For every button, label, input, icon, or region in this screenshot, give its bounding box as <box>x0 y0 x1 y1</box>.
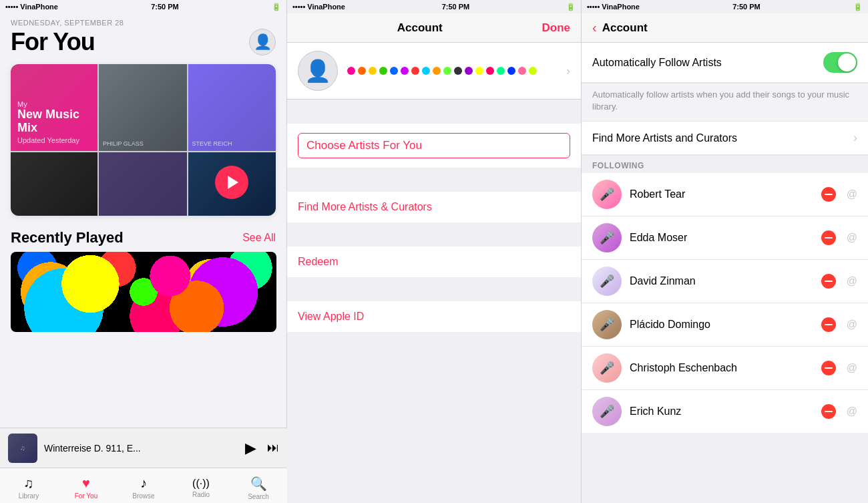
album-text-2: STEVE REICH <box>192 140 232 147</box>
find-artists-row[interactable]: Find More Artists & Curators <box>287 192 581 222</box>
tab-foryou[interactable]: ♥ For You <box>57 472 115 500</box>
unfollow-button[interactable] <box>821 274 836 289</box>
auto-follow-description: Automatically follow artists when you ad… <box>582 83 868 121</box>
color-dot <box>369 67 377 75</box>
color-dot <box>411 67 419 75</box>
browse-icon: ♪ <box>140 476 147 491</box>
unfollow-button[interactable] <box>821 404 836 419</box>
following-artist-row[interactable]: 🎤David Zinman@ <box>582 260 868 303</box>
account-nav: Account Done <box>287 13 581 43</box>
following-body: Automatically Follow Artists Automatical… <box>582 43 868 503</box>
play-button[interactable] <box>215 166 248 199</box>
recently-played-image[interactable] <box>11 252 276 332</box>
album-cell-5[interactable] <box>188 152 276 216</box>
color-dot <box>507 67 515 75</box>
account-separator-5 <box>287 332 581 356</box>
redeem-row[interactable]: Redeem <box>287 246 581 277</box>
new-music-mix-cell[interactable]: My New Music Mix Updated Yesterday <box>11 64 97 151</box>
foryou-title: For You <box>11 28 95 56</box>
following-section-header: FOLLOWING <box>582 156 868 173</box>
toggle-knob <box>838 53 856 71</box>
following-artist-row[interactable]: 🎤Edda Moser@ <box>582 216 868 260</box>
unfollow-button[interactable] <box>821 230 836 245</box>
find-more-artists-row[interactable]: Find More Artists and Curators › <box>582 122 868 155</box>
now-playing-thumbnail: ♫ <box>8 434 37 463</box>
back-button[interactable]: ‹ <box>592 20 597 35</box>
panel-following: ••••• VinaPhone 7:50 PM 🔋 ‹ Account Auto… <box>582 0 868 503</box>
find-more-artists-label: Find More Artists and Curators <box>592 132 737 144</box>
tab-library[interactable]: ♫ Library <box>0 472 57 500</box>
battery-following: 🔋 <box>853 3 863 11</box>
foryou-date: WEDNESDAY, SEPTEMBER 28 <box>11 19 276 27</box>
see-all-button[interactable]: See All <box>242 232 276 244</box>
mix-label-title: New Music Mix <box>17 108 91 135</box>
choose-artists-row[interactable]: Choose Artists For You <box>287 124 581 168</box>
color-dot <box>518 67 526 75</box>
following-artist-row[interactable]: 🎤Christoph Eschenbach@ <box>582 347 868 390</box>
color-dot <box>475 67 483 75</box>
artist-name: Robert Tear <box>630 188 813 200</box>
album-cell-2[interactable]: STEVE REICH <box>188 64 276 151</box>
find-more-chevron-icon: › <box>853 131 857 145</box>
find-artists-label[interactable]: Find More Artists & Curators <box>298 201 432 213</box>
carrier-account: ••••• VinaPhone <box>292 3 345 11</box>
artist-avatar: 🎤 <box>592 223 622 253</box>
unfollow-button[interactable] <box>821 187 836 202</box>
redeem-label[interactable]: Redeem <box>298 256 338 268</box>
foryou-icon: ♥ <box>82 476 90 491</box>
apple-id-row[interactable]: View Apple ID <box>287 301 581 332</box>
auto-follow-toggle-row[interactable]: Automatically Follow Artists <box>582 43 868 83</box>
mic-icon: 🎤 <box>600 361 614 375</box>
panel-account: ••••• VinaPhone 7:50 PM 🔋 Account Done 👤… <box>287 0 582 503</box>
color-dot <box>433 67 441 75</box>
following-list: 🎤Robert Tear@🎤Edda Moser@🎤David Zinman@🎤… <box>582 173 868 433</box>
tab-browse[interactable]: ♪ Browse <box>115 472 172 500</box>
tab-foryou-label: For You <box>75 492 97 500</box>
choose-artists-label[interactable]: Choose Artists For You <box>298 133 570 158</box>
mic-icon: 🎤 <box>600 187 614 202</box>
auto-follow-label: Automatically Follow Artists <box>592 57 722 69</box>
carrier-following: ••••• VinaPhone <box>587 3 640 11</box>
color-dot <box>443 67 451 75</box>
tab-browse-label: Browse <box>132 492 154 500</box>
apple-id-label[interactable]: View Apple ID <box>298 311 364 323</box>
done-button[interactable]: Done <box>542 21 571 35</box>
unfollow-button[interactable] <box>821 317 836 332</box>
recently-played-header: Recently Played See All <box>0 221 286 252</box>
play-icon <box>228 176 238 189</box>
time-foryou: 7:50 PM <box>151 3 179 11</box>
profile-avatar-button[interactable]: 👤 <box>249 29 276 55</box>
at-symbol: @ <box>847 405 857 417</box>
artist-name: Plácido Domingo <box>630 319 813 331</box>
time-following: 7:50 PM <box>732 3 761 11</box>
album-cell-3[interactable] <box>11 152 97 216</box>
following-artist-row[interactable]: 🎤Erich Kunz@ <box>582 390 868 433</box>
time-account: 7:50 PM <box>442 3 470 11</box>
account-separator-1 <box>287 100 581 124</box>
auto-follow-toggle[interactable] <box>823 52 857 73</box>
account-avatar: 👤 <box>298 51 338 91</box>
status-bar-foryou: ••••• VinaPhone 7:50 PM 🔋 <box>0 0 286 13</box>
color-dot <box>358 67 366 75</box>
following-artist-row[interactable]: 🎤Robert Tear@ <box>582 173 868 216</box>
play-pause-button[interactable]: ▶ <box>245 440 256 457</box>
music-card[interactable]: My New Music Mix Updated Yesterday PHILI… <box>11 64 276 216</box>
following-artist-row[interactable]: 🎤Plácido Domingo@ <box>582 303 868 347</box>
fast-forward-button[interactable]: ⏭ <box>267 441 279 455</box>
tab-bar: ♫ Library ♥ For You ♪ Browse ((·)) Radio… <box>0 468 287 503</box>
artist-name: David Zinman <box>630 275 813 287</box>
foryou-header: WEDNESDAY, SEPTEMBER 28 For You 👤 <box>0 13 286 59</box>
mic-icon: 🎤 <box>600 317 614 332</box>
tab-radio[interactable]: ((·)) Radio <box>172 474 230 498</box>
mic-icon: 🎤 <box>600 404 614 419</box>
album-cell-4[interactable] <box>99 152 187 216</box>
find-artists-section: Find More Artists & Curators <box>287 192 581 222</box>
unfollow-button[interactable] <box>821 361 836 375</box>
account-profile-section[interactable]: 👤 › <box>287 43 581 100</box>
album-cell-1[interactable]: PHILIP GLASS <box>99 64 187 151</box>
unfollow-minus-icon <box>825 237 833 238</box>
now-playing-bar[interactable]: ♫ Winterreise D. 911, E... ▶ ⏭ <box>0 428 287 468</box>
unfollow-minus-icon <box>825 281 833 282</box>
tab-search[interactable]: 🔍 Search <box>230 472 287 500</box>
signal-foryou: 🔋 <box>272 3 281 11</box>
